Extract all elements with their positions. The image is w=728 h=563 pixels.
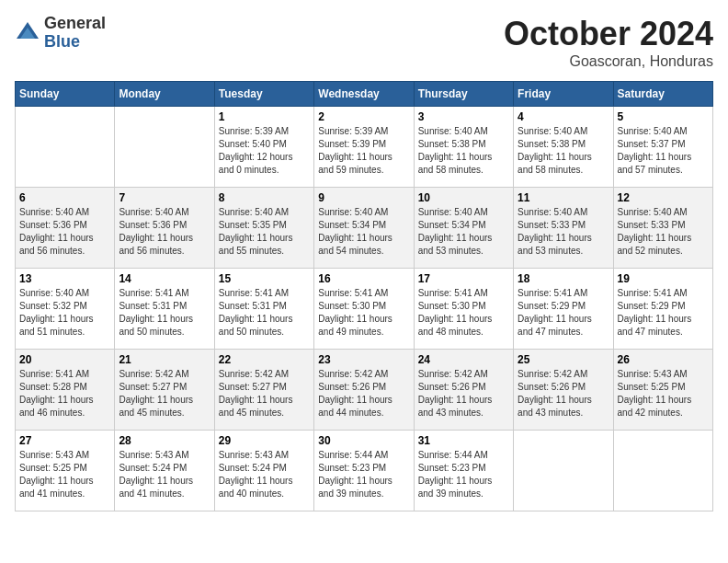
calendar-cell [613,431,712,511]
day-number: 4 [518,110,609,123]
calendar-cell: 31Sunrise: 5:44 AM Sunset: 5:23 PM Dayli… [414,431,513,511]
calendar-cell: 21Sunrise: 5:42 AM Sunset: 5:27 PM Dayli… [115,350,214,431]
day-number: 21 [119,353,210,366]
day-number: 15 [219,272,310,285]
calendar-cell: 6Sunrise: 5:40 AM Sunset: 5:36 PM Daylig… [16,188,115,269]
day-info: Sunrise: 5:42 AM Sunset: 5:27 PM Dayligh… [219,368,310,419]
day-info: Sunrise: 5:43 AM Sunset: 5:24 PM Dayligh… [219,449,310,500]
day-number: 27 [19,434,110,447]
calendar-cell: 4Sunrise: 5:40 AM Sunset: 5:38 PM Daylig… [514,107,613,188]
day-info: Sunrise: 5:40 AM Sunset: 5:38 PM Dayligh… [418,125,509,177]
logo-general: General [44,14,106,32]
day-number: 26 [618,353,709,366]
calendar-cell: 14Sunrise: 5:41 AM Sunset: 5:31 PM Dayli… [115,269,214,350]
day-info: Sunrise: 5:41 AM Sunset: 5:28 PM Dayligh… [19,368,110,419]
calendar-cell: 27Sunrise: 5:43 AM Sunset: 5:25 PM Dayli… [16,431,115,511]
calendar-cell: 19Sunrise: 5:41 AM Sunset: 5:29 PM Dayli… [613,269,712,350]
calendar-cell: 17Sunrise: 5:41 AM Sunset: 5:30 PM Dayli… [414,269,513,350]
day-info: Sunrise: 5:41 AM Sunset: 5:30 PM Dayligh… [318,287,409,339]
day-number: 9 [318,191,409,204]
calendar-cell: 26Sunrise: 5:43 AM Sunset: 5:25 PM Dayli… [613,350,712,431]
calendar-cell: 3Sunrise: 5:40 AM Sunset: 5:38 PM Daylig… [414,107,513,188]
calendar-week-2: 6Sunrise: 5:40 AM Sunset: 5:36 PM Daylig… [16,188,713,269]
calendar-cell: 1Sunrise: 5:39 AM Sunset: 5:40 PM Daylig… [214,107,313,188]
day-info: Sunrise: 5:44 AM Sunset: 5:23 PM Dayligh… [418,449,509,500]
day-info: Sunrise: 5:40 AM Sunset: 5:34 PM Dayligh… [418,206,509,258]
page-title: October 2024 [504,15,713,53]
day-info: Sunrise: 5:39 AM Sunset: 5:40 PM Dayligh… [219,125,310,177]
day-number: 23 [318,353,409,366]
day-info: Sunrise: 5:44 AM Sunset: 5:23 PM Dayligh… [318,449,409,500]
calendar-cell: 12Sunrise: 5:40 AM Sunset: 5:33 PM Dayli… [613,188,712,269]
col-wednesday: Wednesday [314,82,414,107]
day-info: Sunrise: 5:41 AM Sunset: 5:31 PM Dayligh… [119,287,210,339]
logo: General Blue [15,15,106,52]
day-number: 16 [318,272,409,285]
day-number: 3 [418,110,509,123]
day-info: Sunrise: 5:43 AM Sunset: 5:25 PM Dayligh… [19,449,110,500]
col-friday: Friday [514,82,613,107]
calendar-cell [115,107,214,188]
day-number: 18 [518,272,609,285]
col-monday: Monday [115,82,214,107]
day-info: Sunrise: 5:40 AM Sunset: 5:35 PM Dayligh… [219,206,310,258]
day-info: Sunrise: 5:41 AM Sunset: 5:29 PM Dayligh… [618,287,709,339]
calendar-cell: 15Sunrise: 5:41 AM Sunset: 5:31 PM Dayli… [214,269,313,350]
day-info: Sunrise: 5:42 AM Sunset: 5:26 PM Dayligh… [518,368,609,419]
day-number: 12 [618,191,709,204]
calendar-cell: 20Sunrise: 5:41 AM Sunset: 5:28 PM Dayli… [16,350,115,431]
day-number: 29 [219,434,310,447]
day-number: 14 [119,272,210,285]
day-info: Sunrise: 5:42 AM Sunset: 5:27 PM Dayligh… [119,368,210,419]
day-number: 20 [19,353,110,366]
calendar-week-5: 27Sunrise: 5:43 AM Sunset: 5:25 PM Dayli… [16,431,713,511]
calendar-cell: 29Sunrise: 5:43 AM Sunset: 5:24 PM Dayli… [214,431,313,511]
calendar-cell: 25Sunrise: 5:42 AM Sunset: 5:26 PM Dayli… [514,350,613,431]
col-saturday: Saturday [613,82,712,107]
day-number: 13 [19,272,110,285]
day-info: Sunrise: 5:41 AM Sunset: 5:31 PM Dayligh… [219,287,310,339]
calendar-cell: 22Sunrise: 5:42 AM Sunset: 5:27 PM Dayli… [214,350,313,431]
day-number: 28 [119,434,210,447]
day-number: 31 [418,434,509,447]
day-info: Sunrise: 5:41 AM Sunset: 5:30 PM Dayligh… [418,287,509,339]
calendar-cell: 23Sunrise: 5:42 AM Sunset: 5:26 PM Dayli… [314,350,414,431]
logo-blue: Blue [44,32,80,51]
calendar-cell: 24Sunrise: 5:42 AM Sunset: 5:26 PM Dayli… [414,350,513,431]
calendar-cell: 5Sunrise: 5:40 AM Sunset: 5:37 PM Daylig… [613,107,712,188]
day-info: Sunrise: 5:40 AM Sunset: 5:34 PM Dayligh… [318,206,409,258]
calendar-table: Sunday Monday Tuesday Wednesday Thursday… [15,81,713,511]
day-number: 6 [19,191,110,204]
calendar-cell [514,431,613,511]
day-info: Sunrise: 5:40 AM Sunset: 5:37 PM Dayligh… [618,125,709,177]
calendar-header-row: Sunday Monday Tuesday Wednesday Thursday… [16,82,713,107]
day-info: Sunrise: 5:40 AM Sunset: 5:36 PM Dayligh… [19,206,110,258]
day-number: 1 [219,110,310,123]
day-number: 17 [418,272,509,285]
day-number: 7 [119,191,210,204]
day-number: 30 [318,434,409,447]
day-number: 11 [518,191,609,204]
day-info: Sunrise: 5:40 AM Sunset: 5:33 PM Dayligh… [518,206,609,258]
day-info: Sunrise: 5:40 AM Sunset: 5:36 PM Dayligh… [119,206,210,258]
calendar-cell: 16Sunrise: 5:41 AM Sunset: 5:30 PM Dayli… [314,269,414,350]
calendar-cell: 18Sunrise: 5:41 AM Sunset: 5:29 PM Dayli… [514,269,613,350]
logo-text: General Blue [44,15,106,52]
calendar-cell: 30Sunrise: 5:44 AM Sunset: 5:23 PM Dayli… [314,431,414,511]
day-info: Sunrise: 5:43 AM Sunset: 5:24 PM Dayligh… [119,449,210,500]
col-sunday: Sunday [16,82,115,107]
day-info: Sunrise: 5:39 AM Sunset: 5:39 PM Dayligh… [318,125,409,177]
calendar-week-1: 1Sunrise: 5:39 AM Sunset: 5:40 PM Daylig… [16,107,713,188]
calendar-cell [16,107,115,188]
col-thursday: Thursday [414,82,513,107]
day-number: 2 [318,110,409,123]
calendar-cell: 28Sunrise: 5:43 AM Sunset: 5:24 PM Dayli… [115,431,214,511]
day-number: 22 [219,353,310,366]
title-block: October 2024 Goascoran, Honduras [504,15,713,70]
day-number: 25 [518,353,609,366]
col-tuesday: Tuesday [214,82,313,107]
day-number: 10 [418,191,509,204]
logo-icon [15,20,40,46]
calendar-cell: 7Sunrise: 5:40 AM Sunset: 5:36 PM Daylig… [115,188,214,269]
day-number: 8 [219,191,310,204]
